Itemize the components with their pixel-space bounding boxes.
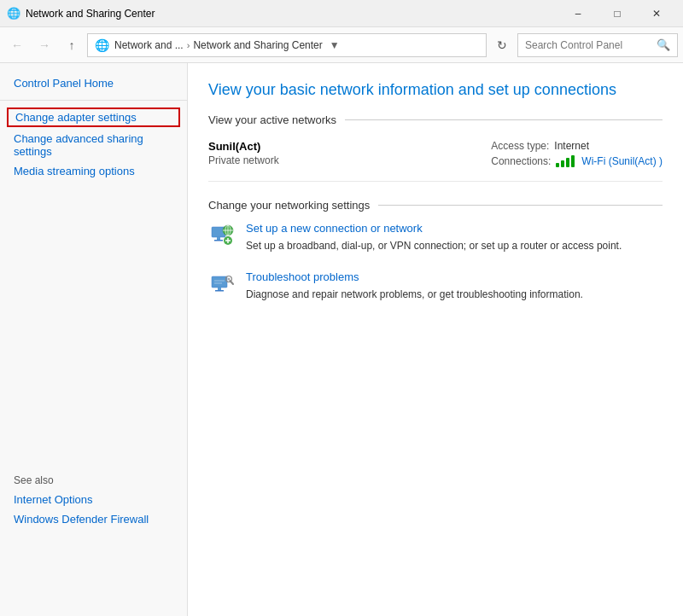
wifi-connection-link[interactable]: Wi-Fi (Sunil(Act) ) bbox=[581, 155, 663, 167]
sidebar-item-change-adapter[interactable]: Change adapter settings bbox=[7, 108, 180, 127]
search-icon: 🔍 bbox=[657, 38, 670, 51]
connections-label: Connections: bbox=[491, 155, 551, 167]
active-networks-header: View your active networks bbox=[208, 113, 663, 126]
breadcrumb-separator: › bbox=[187, 40, 190, 50]
app-icon: 🌐 bbox=[7, 7, 20, 20]
access-type-label: Access type: bbox=[491, 140, 549, 152]
search-input[interactable] bbox=[525, 39, 657, 51]
svg-rect-11 bbox=[218, 288, 221, 290]
main-layout: Control Panel Home Change adapter settin… bbox=[0, 63, 683, 616]
sidebar-item-internet-options[interactable]: Internet Options bbox=[0, 490, 187, 509]
breadcrumb-part2[interactable]: Network and Sharing Center bbox=[193, 39, 322, 51]
maximize-button[interactable]: □ bbox=[598, 0, 637, 27]
svg-rect-12 bbox=[215, 290, 224, 292]
breadcrumb-dropdown-icon[interactable]: ▼ bbox=[330, 39, 340, 51]
breadcrumb-icon: 🌐 bbox=[95, 38, 109, 52]
network-type: Private network bbox=[208, 154, 279, 166]
wifi-bar-1 bbox=[556, 163, 559, 167]
access-type-value: Internet bbox=[554, 140, 589, 152]
troubleshoot-desc: Diagnose and repair network problems, or… bbox=[246, 288, 583, 300]
troubleshoot-icon bbox=[208, 270, 236, 298]
refresh-button[interactable]: ↻ bbox=[490, 33, 514, 57]
internet-options-link[interactable]: Internet Options bbox=[14, 493, 93, 506]
new-connection-icon bbox=[208, 222, 236, 249]
settings-section-header: Change your networking settings bbox=[208, 199, 663, 212]
window-title: Network and Sharing Center bbox=[26, 8, 558, 20]
sidebar-item-media-streaming[interactable]: Media streaming options bbox=[0, 161, 187, 181]
svg-point-14 bbox=[228, 278, 231, 281]
svg-rect-1 bbox=[217, 237, 220, 240]
troubleshoot-text: Troubleshoot problems Diagnose and repai… bbox=[246, 270, 663, 302]
settings-label: Change your networking settings bbox=[208, 199, 370, 212]
windows-firewall-link[interactable]: Windows Defender Firewall bbox=[14, 513, 149, 526]
network-right: Access type: Internet Connections: Wi-Fi… bbox=[491, 140, 663, 171]
back-button[interactable]: ← bbox=[5, 33, 29, 57]
svg-line-15 bbox=[231, 281, 234, 284]
troubleshoot-link[interactable]: Troubleshoot problems bbox=[246, 270, 663, 283]
up-arrow-button[interactable]: ↑ bbox=[60, 33, 84, 57]
sidebar-item-home[interactable]: Control Panel Home bbox=[0, 73, 187, 93]
network-info: Sunil(Act) Private network Access type: … bbox=[208, 137, 663, 182]
sidebar-item-windows-firewall[interactable]: Windows Defender Firewall bbox=[0, 509, 187, 529]
see-also-label: See also bbox=[0, 471, 187, 490]
window-controls: – □ ✕ bbox=[558, 0, 676, 27]
forward-button[interactable]: → bbox=[32, 33, 56, 57]
change-sharing-link[interactable]: Change advanced sharing settings bbox=[14, 132, 143, 158]
wifi-signal-icon bbox=[556, 155, 575, 167]
address-bar: ← → ↑ 🌐 Network and ... › Network and Sh… bbox=[0, 27, 683, 63]
access-type-detail: Access type: Internet bbox=[491, 140, 663, 152]
troubleshoot-item: Troubleshoot problems Diagnose and repai… bbox=[208, 270, 663, 302]
setup-connection-text: Set up a new connection or network Set u… bbox=[246, 222, 663, 253]
wifi-bar-3 bbox=[566, 158, 569, 167]
setup-connection-item: Set up a new connection or network Set u… bbox=[208, 222, 663, 253]
breadcrumb-part1[interactable]: Network and ... bbox=[114, 39, 184, 51]
svg-rect-10 bbox=[212, 276, 227, 288]
svg-rect-2 bbox=[214, 240, 223, 241]
wifi-bar-2 bbox=[561, 160, 564, 167]
setup-connection-desc: Set up a broadband, dial-up, or VPN conn… bbox=[246, 240, 622, 252]
settings-divider bbox=[378, 205, 663, 206]
content-area: View your basic network information and … bbox=[188, 63, 683, 616]
page-title: View your basic network information and … bbox=[208, 80, 663, 100]
minimize-button[interactable]: – bbox=[558, 0, 598, 27]
media-streaming-link[interactable]: Media streaming options bbox=[14, 165, 135, 177]
title-bar: 🌐 Network and Sharing Center – □ ✕ bbox=[0, 0, 683, 27]
close-button[interactable]: ✕ bbox=[637, 0, 676, 27]
sidebar-divider bbox=[0, 100, 187, 101]
setup-connection-link[interactable]: Set up a new connection or network bbox=[246, 222, 663, 235]
settings-section: Set up a new connection or network Set u… bbox=[208, 222, 663, 302]
breadcrumb-bar: 🌐 Network and ... › Network and Sharing … bbox=[87, 33, 487, 57]
active-networks-label: View your active networks bbox=[208, 113, 336, 126]
section-divider bbox=[345, 119, 663, 120]
connections-detail: Connections: Wi-Fi (Sunil(Act) ) bbox=[491, 155, 663, 167]
new-connection-svg bbox=[210, 224, 234, 247]
sidebar-item-change-sharing[interactable]: Change advanced sharing settings bbox=[0, 129, 187, 161]
troubleshoot-svg bbox=[210, 272, 234, 296]
control-panel-home-link[interactable]: Control Panel Home bbox=[14, 77, 114, 90]
wifi-bar-4 bbox=[571, 155, 575, 167]
sidebar: Control Panel Home Change adapter settin… bbox=[0, 63, 188, 616]
network-left: Sunil(Act) Private network bbox=[208, 140, 279, 171]
search-box: 🔍 bbox=[517, 33, 678, 57]
network-name: Sunil(Act) bbox=[208, 140, 279, 153]
change-adapter-link[interactable]: Change adapter settings bbox=[15, 111, 137, 124]
